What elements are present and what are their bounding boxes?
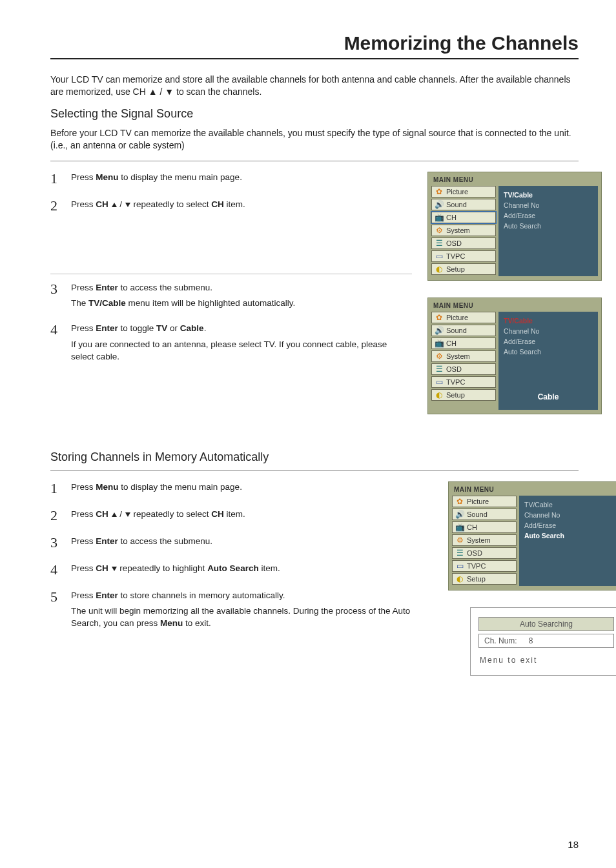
osd-item-tvpc[interactable]: ▭TVPC <box>431 376 496 388</box>
osd-item-sound[interactable]: 🔊Sound <box>431 199 496 210</box>
osd-icon: ☰ <box>455 549 464 558</box>
text: repeatedly to select <box>131 199 212 209</box>
ch-num-label: Ch. Num: <box>484 636 517 645</box>
osd-item-sound[interactable]: 🔊Sound <box>452 509 517 520</box>
osd-sub-channelno[interactable]: Channel No <box>504 326 593 336</box>
osd-panel-3: MAIN MENU ✿Picture 🔊Sound 📺CH ⚙System ☰O… <box>448 481 616 590</box>
text: . <box>204 323 207 333</box>
intro-text: Your LCD TV can memorize and store all t… <box>50 74 579 98</box>
osd-sub-autosearch[interactable]: Auto Search <box>504 221 593 231</box>
system-icon: ⚙ <box>455 536 464 545</box>
osd-current-value: Cable <box>500 391 597 403</box>
osd-icon: ☰ <box>435 239 444 248</box>
osd-item-ch[interactable]: 📺CH <box>431 212 496 223</box>
text: repeatedly to select <box>131 509 212 519</box>
triangle-up-icon <box>112 512 117 517</box>
osd-submenu: TV/Cable Channel No Add/Erase Auto Searc… <box>498 312 598 410</box>
osd-sub-channelno[interactable]: Channel No <box>524 510 613 520</box>
step-b4: 4 Press CH repeatedly to highlight Auto … <box>50 563 433 577</box>
bold: CH <box>211 199 224 209</box>
text: to access the submenu. <box>118 283 212 292</box>
label: Picture <box>467 498 489 505</box>
osd-item-osd[interactable]: ☰OSD <box>431 363 496 375</box>
osd-sub-autosearch[interactable]: Auto Search <box>524 530 613 541</box>
step-b1: 1 Press Menu to display the menu main pa… <box>50 481 433 496</box>
osd-item-ch[interactable]: 📺CH <box>452 521 517 533</box>
osd-sub-adderase[interactable]: Add/Erase <box>524 520 613 530</box>
osd-panel-2: MAIN MENU ✿Picture 🔊Sound 📺CH ⚙System ☰O… <box>427 298 602 414</box>
step-number: 3 <box>50 536 62 550</box>
osd-item-system[interactable]: ⚙System <box>452 534 517 546</box>
osd-item-system[interactable]: ⚙System <box>431 225 496 236</box>
setup-icon: ◐ <box>435 390 444 399</box>
triangle-down-icon <box>125 512 130 517</box>
osd-item-setup[interactable]: ◐Setup <box>431 389 496 401</box>
label: OSD <box>446 239 462 247</box>
osd-item-system[interactable]: ⚙System <box>431 350 496 362</box>
step-number: 5 <box>50 590 62 631</box>
osd-item-setup[interactable]: ◐Setup <box>431 263 496 275</box>
osd-menu-list: ✿Picture 🔊Sound 📺CH ⚙System ☰OSD ▭TVPC ◐… <box>431 312 496 410</box>
step-separator <box>50 274 412 274</box>
osd-item-ch[interactable]: 📺CH <box>431 338 496 349</box>
label: CH <box>446 214 457 221</box>
triangle-up-icon <box>112 203 117 207</box>
text: Press <box>71 509 96 519</box>
text: to access the submenu. <box>118 536 212 546</box>
text: Press <box>71 172 96 182</box>
osd-sub-adderase[interactable]: Add/Erase <box>504 336 593 347</box>
label: Sound <box>446 327 467 334</box>
osd-item-tvpc[interactable]: ▭TVPC <box>431 250 496 262</box>
osd-sub-channelno[interactable]: Channel No <box>504 200 593 210</box>
bold: CH <box>96 509 110 519</box>
triangle-down-icon <box>125 203 130 207</box>
osd-item-sound[interactable]: 🔊Sound <box>431 325 496 336</box>
page-number: 18 <box>568 839 579 850</box>
system-icon: ⚙ <box>435 226 444 235</box>
section-a-lead: Before your LCD TV can memorize the avai… <box>50 127 579 152</box>
osd-panel-1: MAIN MENU ✿Picture 🔊Sound 📺CH ⚙System ☰O… <box>427 172 602 281</box>
page-title: Memorizing the Channels <box>50 32 579 59</box>
section-a-steps: 1 Press Menu to display the menu main pa… <box>50 172 412 376</box>
osd-item-osd[interactable]: ☰OSD <box>431 237 496 249</box>
picture-icon: ✿ <box>435 187 444 196</box>
osd-item-osd[interactable]: ☰OSD <box>452 547 517 559</box>
text: to display the menu main page. <box>119 482 242 492</box>
osd-sub-tvcable[interactable]: TV/Cable <box>504 190 593 200</box>
osd-item-picture[interactable]: ✿Picture <box>452 496 517 507</box>
osd-item-setup[interactable]: ◐Setup <box>452 573 517 585</box>
osd-sub-autosearch[interactable]: Auto Search <box>504 347 593 357</box>
sound-icon: 🔊 <box>435 200 444 209</box>
step-a3: 3 Press Enter to access the submenu. The… <box>50 282 412 310</box>
tvpc-icon: ▭ <box>455 561 464 570</box>
osd-submenu: TV/Cable Channel No Add/Erase Auto Searc… <box>519 496 616 586</box>
label: TVPC <box>467 562 486 570</box>
section-b-heading: Storing Channels in Memory Automatically <box>50 450 579 464</box>
step-number: 2 <box>50 509 62 523</box>
bold: CH <box>211 509 224 519</box>
label: TVPC <box>446 252 465 260</box>
section-b-rule <box>50 470 579 471</box>
osd-item-picture[interactable]: ✿Picture <box>431 312 496 323</box>
triangle-down-icon <box>112 567 117 571</box>
bold: Cable <box>180 323 204 333</box>
step-number: 2 <box>50 199 62 213</box>
step-b5: 5 Press Enter to store channels in memor… <box>50 590 433 631</box>
osd-submenu: TV/Cable Channel No Add/Erase Auto Searc… <box>498 186 598 276</box>
label: Picture <box>446 314 468 321</box>
setup-icon: ◐ <box>435 265 444 274</box>
step-number: 1 <box>50 172 62 186</box>
label: System <box>446 227 470 234</box>
osd-sub-tvcable[interactable]: TV/Cable <box>524 500 613 510</box>
osd-sub-adderase[interactable]: Add/Erase <box>504 210 593 221</box>
bold: Enter <box>96 323 118 333</box>
bold: CH <box>96 199 110 209</box>
label: Setup <box>467 575 486 583</box>
ch-num-value: 8 <box>529 636 533 645</box>
text: to display the menu main page. <box>119 172 242 182</box>
osd-item-picture[interactable]: ✿Picture <box>431 186 496 197</box>
label: Setup <box>446 265 465 273</box>
text: to toggle <box>118 323 156 333</box>
osd-sub-tvcable[interactable]: TV/Cable <box>504 316 593 326</box>
osd-item-tvpc[interactable]: ▭TVPC <box>452 560 517 572</box>
